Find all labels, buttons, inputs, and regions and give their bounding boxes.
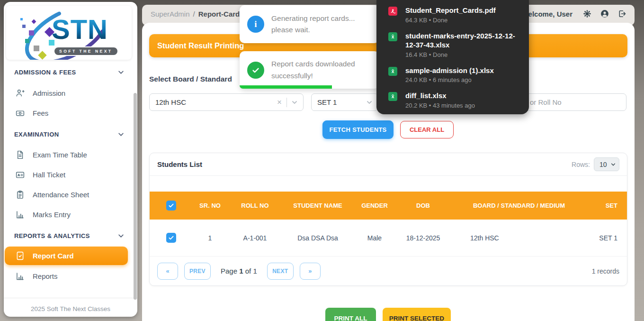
cell-dob: 18-12-2025	[396, 234, 450, 242]
col-header-sr-no: SR. NO	[192, 202, 228, 209]
sidebar: STN SOFT THE NEXT ADMISSION & FEES Admis…	[4, 2, 137, 317]
cell-roll-no: A-1-001	[228, 234, 282, 242]
chevron-down-icon	[611, 162, 616, 167]
logo-tagline: SOFT THE NEXT	[54, 46, 118, 56]
set-select[interactable]: SET 1	[311, 93, 378, 111]
cash-icon	[15, 108, 25, 118]
cell-student-name: Dsa DSA Dsa	[282, 234, 353, 242]
id-card-icon	[15, 170, 25, 180]
sidebar-item-label: Attendance Sheet	[33, 191, 89, 199]
clear-selection-icon[interactable]: ×	[272, 98, 286, 107]
excel-file-icon: x̄	[388, 92, 397, 101]
chevron-down-icon	[118, 233, 124, 239]
row-checkbox[interactable]	[166, 233, 176, 243]
pdf-file-icon	[388, 7, 397, 16]
sidebar-section-reports-analytics[interactable]: REPORTS & ANALYTICS	[14, 232, 124, 239]
col-header-gender: GENDER	[353, 202, 396, 209]
cell-set: SET 1	[588, 234, 627, 242]
clipboard-icon	[15, 190, 25, 200]
page-current: 1	[239, 267, 243, 275]
print-all-button[interactable]: PRINT ALL	[325, 308, 376, 321]
check-circle-icon	[247, 62, 264, 79]
clear-all-button[interactable]: CLEAR ALL	[400, 121, 454, 138]
sidebar-section-admission-fees[interactable]: ADMISSION & FEES	[14, 69, 124, 76]
download-file-name: sample-admission (1).xlsx	[405, 66, 494, 74]
logo-mosaic-square	[29, 30, 34, 36]
logo-brand-text: STN	[52, 13, 108, 45]
sidebar-section-examination[interactable]: EXAMINATION	[14, 131, 124, 138]
document-icon	[15, 150, 25, 160]
next-page-button[interactable]: NEXT	[267, 263, 294, 280]
account-icon[interactable]	[600, 9, 609, 18]
download-file-meta: 20.2 KB • 43 minutes ago	[405, 102, 475, 109]
toast-downloaded: Report cards downloaded successfully!	[240, 51, 379, 89]
sidebar-item-marks-entry[interactable]: Marks Entry	[10, 207, 128, 221]
settings-gear-icon[interactable]	[582, 9, 592, 18]
logo-mosaic-square	[22, 25, 26, 28]
download-file-name: diff_list.xlsx	[405, 92, 447, 100]
sidebar-footer-divider	[4, 298, 137, 298]
page-title: Student Result Printing	[157, 41, 244, 50]
info-icon: i	[247, 16, 264, 33]
fetch-students-button[interactable]: FETCH STUDENTS	[322, 120, 394, 139]
user-menu: Welcome, User	[522, 9, 627, 18]
chevron-down-icon[interactable]	[292, 100, 297, 105]
logo-mosaic-square	[34, 46, 39, 51]
sidebar-footer-text: 2025 Soft The Next Classes	[4, 305, 137, 312]
select-all-checkbox[interactable]	[166, 201, 176, 211]
sidebar-item-fees[interactable]: Fees	[10, 106, 128, 120]
logout-icon[interactable]	[617, 9, 627, 18]
board-standard-select[interactable]: 12th HSC ×	[149, 93, 304, 111]
sidebar-scrollbar[interactable]	[134, 93, 137, 300]
sidebar-item-label: Marks Entry	[33, 211, 71, 219]
cell-sr-no: 1	[192, 234, 228, 242]
prev-page-button[interactable]: PREV	[184, 263, 211, 280]
sidebar-item-hall-ticket[interactable]: Hall Ticket	[10, 167, 128, 182]
first-page-button[interactable]: «	[157, 263, 178, 280]
cell-gender: Male	[353, 234, 396, 242]
set-value: SET 1	[317, 98, 337, 106]
rows-per-page-select[interactable]: 10	[594, 157, 619, 171]
sidebar-item-label: Report Card	[33, 252, 74, 260]
chevron-down-icon	[118, 69, 124, 75]
chevron-down-icon[interactable]	[367, 100, 372, 105]
bar-chart-icon	[15, 271, 25, 281]
report-card-icon	[15, 251, 25, 261]
breadcrumb-section[interactable]: SuperAdmin	[151, 10, 190, 18]
download-item[interactable]: x̄ diff_list.xlsx 20.2 KB • 43 minutes a…	[388, 91, 521, 109]
download-file-name: student-marks-entry-2025-12-12-12-37-43.…	[405, 32, 515, 49]
col-header-set: SET	[588, 202, 627, 209]
records-count: 1 records	[592, 267, 619, 275]
sidebar-item-attendance-sheet[interactable]: Attendance Sheet	[10, 187, 128, 202]
sidebar-item-exam-time-table[interactable]: Exam Time Table	[10, 147, 128, 162]
sidebar-item-report-card[interactable]: Report Card	[5, 247, 128, 265]
sidebar-item-admission[interactable]: Admission	[10, 86, 128, 100]
download-file-name: Student_Report_Cards.pdf	[405, 6, 496, 14]
print-selected-button[interactable]: PRINT SELECTED	[383, 308, 451, 321]
rows-label: Rows:	[572, 161, 590, 168]
excel-file-icon: x̄	[388, 67, 397, 76]
col-header-dob: DOB	[396, 202, 450, 209]
col-header-student-name: STUDENT NAME	[282, 202, 353, 209]
roll-no-input[interactable]	[524, 93, 626, 111]
app-logo[interactable]: STN SOFT THE NEXT	[6, 6, 132, 60]
download-item[interactable]: x̄ student-marks-entry-2025-12-12-12-37-…	[388, 31, 521, 58]
bar-chart-icon	[15, 210, 25, 220]
pagination: « PREV Page 1 of 1 NEXT » 1 records	[150, 257, 627, 285]
sidebar-item-reports[interactable]: Reports	[10, 269, 128, 283]
select-divider	[286, 98, 287, 107]
last-page-button[interactable]: »	[300, 263, 321, 280]
col-header-roll-no: ROLL NO	[228, 202, 282, 209]
download-file-meta: 64.3 KB • Done	[405, 17, 496, 24]
breadcrumb-page: Report-Card	[198, 10, 240, 18]
students-list-title: Students List	[157, 160, 202, 168]
board-standard-value: 12th HSC	[155, 98, 186, 106]
toast-generating: i Generating report cards... please wait…	[240, 5, 379, 43]
students-list-card: Students List Rows: 10 SR. NO ROLL NO ST…	[149, 153, 627, 286]
person-add-icon	[15, 88, 25, 98]
download-item[interactable]: Student_Report_Cards.pdf 64.3 KB • Done	[388, 6, 521, 24]
welcome-text: Welcome, User	[522, 10, 572, 18]
download-item[interactable]: x̄ sample-admission (1).xlsx 24.0 KB • 6…	[388, 66, 521, 84]
chevron-down-icon	[118, 131, 124, 138]
students-list-header: Students List Rows: 10	[150, 153, 627, 176]
